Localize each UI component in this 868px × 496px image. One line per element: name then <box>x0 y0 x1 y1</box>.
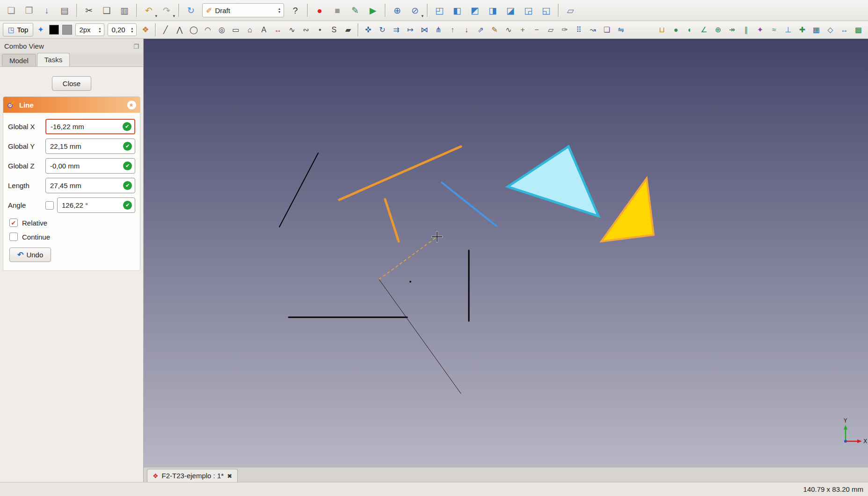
angle-lock-checkbox[interactable] <box>45 201 54 210</box>
draft-point-object[interactable] <box>409 281 411 283</box>
close-button[interactable]: Close <box>52 76 91 91</box>
view-rear-button[interactable]: ◪ <box>502 2 519 19</box>
draft-move-button[interactable]: ✜ <box>361 23 375 36</box>
macro-record-button[interactable]: ● <box>311 2 328 19</box>
redo-button[interactable]: ↷ <box>158 2 175 19</box>
draft-trimex-button[interactable]: ↦ <box>403 23 417 36</box>
line-width-spinner-icon[interactable] <box>99 27 101 33</box>
triangle-yellow[interactable] <box>601 178 654 241</box>
draw-style-button[interactable]: ⊘ <box>407 2 423 19</box>
triangle-cyan[interactable] <box>508 146 598 216</box>
draft-polygon-button[interactable]: ⌂ <box>243 23 256 36</box>
draft-draft2sketch-button[interactable]: ✑ <box>558 23 571 36</box>
macro-edit-button[interactable]: ✎ <box>347 2 364 19</box>
draft-array-button[interactable]: ⠿ <box>572 23 585 36</box>
line-color-swatch[interactable] <box>49 25 59 35</box>
continue-checkbox[interactable] <box>9 233 18 241</box>
draft-facebinder-button[interactable]: ▰ <box>341 23 355 36</box>
snap-near-button[interactable]: ≈ <box>767 23 781 36</box>
draft-remove-point-button[interactable]: − <box>530 23 543 36</box>
print-button[interactable]: ▤ <box>56 2 73 19</box>
tab-model[interactable]: Model <box>2 54 36 66</box>
refresh-button[interactable]: ↻ <box>182 2 199 19</box>
macro-stop-button[interactable]: ■ <box>329 2 346 19</box>
draft-wire-button[interactable]: ⋀ <box>173 23 186 36</box>
draft-split-button[interactable]: ⋔ <box>431 23 445 36</box>
task-header[interactable]: Line <box>3 97 140 113</box>
draft-shapestring-button[interactable]: S <box>327 23 341 36</box>
angle-input[interactable]: 126,22 ° <box>57 197 135 213</box>
snap-extension-button[interactable]: ↠ <box>725 23 739 36</box>
save-button[interactable]: ↓ <box>38 2 55 19</box>
3d-viewport[interactable]: YX <box>144 39 868 467</box>
line-orange-long[interactable] <box>339 146 461 200</box>
view-right-button[interactable]: ◨ <box>484 2 501 19</box>
draft-add-point-button[interactable]: + <box>516 23 529 36</box>
combo-spinner-icon[interactable] <box>278 7 280 14</box>
draft-clone-button[interactable]: ❏ <box>600 23 613 36</box>
line-black-upper[interactable] <box>279 153 318 227</box>
global-z-input[interactable]: -0,00 mm <box>45 158 135 174</box>
view-left-button[interactable]: ◱ <box>538 2 554 19</box>
zoom-fit-button[interactable]: ⊕ <box>389 2 406 19</box>
line-width-select[interactable]: 2px <box>75 23 104 36</box>
draft-shape2dview-button[interactable]: ▱ <box>544 23 557 36</box>
line-blue[interactable] <box>442 182 496 226</box>
draft-bspline-button[interactable]: ∿ <box>285 23 299 36</box>
draft-circle-button[interactable]: ◯ <box>187 23 200 36</box>
line-black-thin-diagonal[interactable] <box>379 279 461 394</box>
text-scale-spinbox[interactable]: 0,20 <box>108 23 137 36</box>
draft-scale-button[interactable]: ⇗ <box>474 23 487 36</box>
copy-button[interactable]: ❑ <box>98 2 115 19</box>
workbench-selector[interactable]: Draft <box>202 3 284 17</box>
working-plane-button[interactable]: Top <box>3 23 33 36</box>
draft-path-array-button[interactable]: ↝ <box>586 23 599 36</box>
view-bottom-button[interactable]: ◲ <box>520 2 537 19</box>
tab-close-icon[interactable] <box>227 472 232 480</box>
draft-downgrade-button[interactable]: ↓ <box>460 23 473 36</box>
view-top-button[interactable]: ◩ <box>467 2 483 19</box>
draft-dimension-button[interactable]: ↔ <box>271 23 284 36</box>
measure-button[interactable]: ▱ <box>562 2 579 19</box>
view-isometric-button[interactable]: ◰ <box>431 2 448 19</box>
snap-angle-button[interactable]: ∠ <box>697 23 711 36</box>
draft-mirror-button[interactable]: ⇋ <box>614 23 627 36</box>
draft-offset-button[interactable]: ⇉ <box>389 23 403 36</box>
collapse-task-icon[interactable] <box>127 101 136 109</box>
face-color-swatch[interactable] <box>62 25 72 35</box>
snap-endpoint-button[interactable]: ● <box>669 23 683 36</box>
global-x-input[interactable]: -16,22 mm <box>45 119 135 134</box>
document-tab[interactable]: F2-T23-ejemplo : 1* <box>147 469 238 482</box>
autogroup-button[interactable] <box>139 23 152 36</box>
global-y-input[interactable]: 22,15 mm <box>45 139 135 154</box>
snap-grid-button[interactable]: ▦ <box>810 23 823 36</box>
open-document-button[interactable]: ❐ <box>21 2 37 19</box>
whats-this-button[interactable]: ? <box>287 2 304 19</box>
paste-button[interactable]: ▥ <box>116 2 133 19</box>
snap-dimensions-button[interactable]: ↔ <box>838 23 851 36</box>
snap-special-button[interactable]: ✦ <box>753 23 767 36</box>
undo-button[interactable]: ↶ <box>140 2 157 19</box>
snap-lock-button[interactable]: ⊔ <box>655 23 669 36</box>
relative-checkbox[interactable] <box>9 219 18 227</box>
draft-arc-button[interactable]: ◠ <box>201 23 214 36</box>
snap-intersection-button[interactable]: ✚ <box>795 23 809 36</box>
snap-center-button[interactable]: ⊕ <box>711 23 725 36</box>
draft-rotate-button[interactable]: ↻ <box>375 23 389 36</box>
length-input[interactable]: 27,45 mm <box>45 178 135 193</box>
snap-working-plane-button[interactable]: ◇ <box>824 23 837 36</box>
draft-edit-button[interactable]: ✎ <box>488 23 501 36</box>
macro-execute-button[interactable]: ▶ <box>365 2 381 19</box>
construction-mode-button[interactable] <box>34 23 47 36</box>
view-front-button[interactable]: ◧ <box>449 2 466 19</box>
new-document-button[interactable]: ❏ <box>3 2 20 19</box>
draft-rectangle-button[interactable]: ▭ <box>229 23 242 36</box>
draft-point-button[interactable]: • <box>313 23 327 36</box>
draft-bezier-button[interactable]: ∾ <box>299 23 313 36</box>
text-scale-spinner-icon[interactable] <box>131 27 133 33</box>
undo-button[interactable]: Undo <box>9 248 51 262</box>
tab-tasks[interactable]: Tasks <box>37 53 70 66</box>
draft-line-button[interactable]: ╱ <box>159 23 172 36</box>
snap-parallel-button[interactable]: ∥ <box>739 23 753 36</box>
snap-ortho-button[interactable]: ⊥ <box>781 23 795 36</box>
